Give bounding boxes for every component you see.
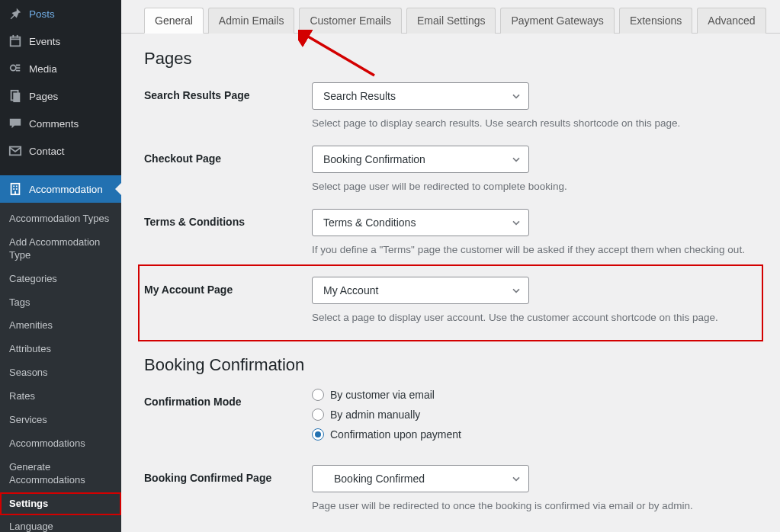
radio-icon xyxy=(312,428,324,441)
sidebar-item-media[interactable]: Media xyxy=(0,55,121,82)
sub-item-attributes[interactable]: Attributes xyxy=(0,338,121,361)
radio-label: By admin manually xyxy=(330,409,420,421)
sub-item-settings[interactable]: Settings xyxy=(0,492,121,516)
svg-rect-8 xyxy=(16,186,18,187)
calendar-icon xyxy=(8,34,23,49)
radio-icon xyxy=(312,409,324,421)
field-label: My Account Page xyxy=(144,277,312,296)
field-label: Search Results Page xyxy=(144,82,312,101)
row-terms: Terms & Conditions Terms & Conditions If… xyxy=(144,209,757,255)
sub-item-generate-accommodations[interactable]: Generate Accommodations xyxy=(0,456,121,492)
sidebar-item-label: Posts xyxy=(29,8,55,20)
comments-icon xyxy=(8,116,23,131)
sub-item-categories[interactable]: Categories xyxy=(0,268,121,291)
radio-label: Confirmation upon payment xyxy=(330,428,461,441)
sidebar-item-label: Contact xyxy=(29,146,65,157)
chevron-down-icon xyxy=(510,90,522,102)
svg-rect-7 xyxy=(13,186,14,187)
sidebar-item-posts[interactable]: Posts xyxy=(0,0,121,27)
radio-label: By customer via email xyxy=(330,389,435,401)
highlight-my-account: My Account Page My Account Select a page… xyxy=(140,266,762,340)
sidebar-item-events[interactable]: Events xyxy=(0,27,121,55)
sidebar-submenu: Accommodation Types Add Accommodation Ty… xyxy=(0,203,121,532)
row-booking-confirmed: Booking Confirmed Page Booking Confirmed… xyxy=(144,465,757,511)
tab-admin-emails[interactable]: Admin Emails xyxy=(208,8,295,34)
section-title-pages: Pages xyxy=(144,49,757,69)
tab-payment-gateways[interactable]: Payment Gateways xyxy=(500,8,614,34)
sidebar-item-contact[interactable]: Contact xyxy=(0,137,121,165)
field-label: Confirmation Mode xyxy=(144,389,312,408)
field-description: Select a page to display user account. U… xyxy=(312,312,757,323)
sub-item-amenities[interactable]: Amenities xyxy=(0,314,121,338)
select-terms-page[interactable]: Terms & Conditions xyxy=(312,209,529,236)
select-value: Search Results xyxy=(323,90,396,102)
radio-icon xyxy=(312,389,324,401)
svg-rect-11 xyxy=(14,191,16,195)
chevron-down-icon xyxy=(510,153,522,165)
sub-item-seasons[interactable]: Seasons xyxy=(0,361,121,385)
field-label: Checkout Page xyxy=(144,146,312,165)
sidebar-item-label: Media xyxy=(29,63,57,75)
chevron-down-icon xyxy=(510,284,522,296)
settings-tabs: General Admin Emails Customer Emails Ema… xyxy=(121,0,780,34)
sidebar-item-comments[interactable]: Comments xyxy=(0,110,121,137)
sidebar-item-accommodation[interactable]: Accommodation xyxy=(0,175,121,203)
svg-point-2 xyxy=(11,66,16,71)
tab-advanced[interactable]: Advanced xyxy=(697,8,766,34)
select-value: Booking Confirmed xyxy=(334,473,425,485)
field-label: Terms & Conditions xyxy=(144,209,312,228)
field-description: Select page user will be redirected to c… xyxy=(312,181,757,192)
row-checkout: Checkout Page Booking Confirmation Selec… xyxy=(144,146,757,192)
media-icon xyxy=(8,61,23,76)
svg-rect-9 xyxy=(13,188,14,190)
field-label: Booking Confirmed Page xyxy=(144,465,312,484)
svg-rect-4 xyxy=(13,93,20,103)
sidebar-item-pages[interactable]: Pages xyxy=(0,82,121,110)
svg-rect-1 xyxy=(17,35,18,38)
sub-item-language[interactable]: Language xyxy=(0,515,121,532)
field-description: If you define a "Terms" page the custome… xyxy=(312,244,757,255)
sidebar-item-label: Pages xyxy=(29,91,58,102)
tab-email-settings[interactable]: Email Settings xyxy=(406,8,496,34)
main-panel: General Admin Emails Customer Emails Ema… xyxy=(121,0,780,532)
radio-option-upon-payment[interactable]: Confirmation upon payment xyxy=(312,428,757,441)
pin-icon xyxy=(8,6,23,21)
field-description: Page user will be redirected to once the… xyxy=(312,500,757,511)
select-value: Terms & Conditions xyxy=(323,216,416,229)
sub-item-add-accommodation-type[interactable]: Add Accommodation Type xyxy=(0,231,121,268)
pages-icon xyxy=(8,88,23,104)
sub-item-services[interactable]: Services xyxy=(0,409,121,432)
sub-item-tags[interactable]: Tags xyxy=(0,291,121,315)
sidebar-item-label: Accommodation xyxy=(29,184,103,195)
sidebar-item-label: Comments xyxy=(29,118,79,130)
radio-option-admin-manually[interactable]: By admin manually xyxy=(312,409,757,421)
sub-item-accommodations[interactable]: Accommodations xyxy=(0,432,121,456)
radio-option-customer-email[interactable]: By customer via email xyxy=(312,389,757,401)
select-my-account-page[interactable]: My Account xyxy=(312,277,529,304)
row-confirm-mode: Confirmation Mode By customer via email … xyxy=(144,389,757,448)
sub-item-rates[interactable]: Rates xyxy=(0,385,121,409)
select-value: Booking Confirmation xyxy=(323,153,425,165)
row-my-account: My Account Page My Account Select a page… xyxy=(144,277,757,323)
tab-customer-emails[interactable]: Customer Emails xyxy=(299,8,402,34)
field-description: Select page to display search results. U… xyxy=(312,117,757,129)
select-search-results-page[interactable]: Search Results xyxy=(312,82,529,110)
select-value: My Account xyxy=(323,284,378,296)
chevron-down-icon xyxy=(510,216,522,229)
admin-sidebar: Posts Events Media Pages Comments Contac… xyxy=(0,0,121,532)
chevron-down-icon xyxy=(510,473,522,485)
select-checkout-page[interactable]: Booking Confirmation xyxy=(312,146,529,173)
svg-rect-10 xyxy=(16,188,18,190)
section-title-booking: Booking Confirmation xyxy=(144,355,757,375)
tab-extensions[interactable]: Extensions xyxy=(619,8,692,34)
sidebar-item-label: Events xyxy=(29,36,60,47)
svg-rect-0 xyxy=(12,35,14,38)
tab-general[interactable]: General xyxy=(144,8,204,34)
building-icon xyxy=(8,181,23,197)
row-search-results: Search Results Page Search Results Selec… xyxy=(144,82,757,129)
mail-icon xyxy=(8,143,23,159)
select-booking-confirmed-page[interactable]: Booking Confirmed xyxy=(312,465,529,492)
sub-item-accommodation-types[interactable]: Accommodation Types xyxy=(0,207,121,231)
